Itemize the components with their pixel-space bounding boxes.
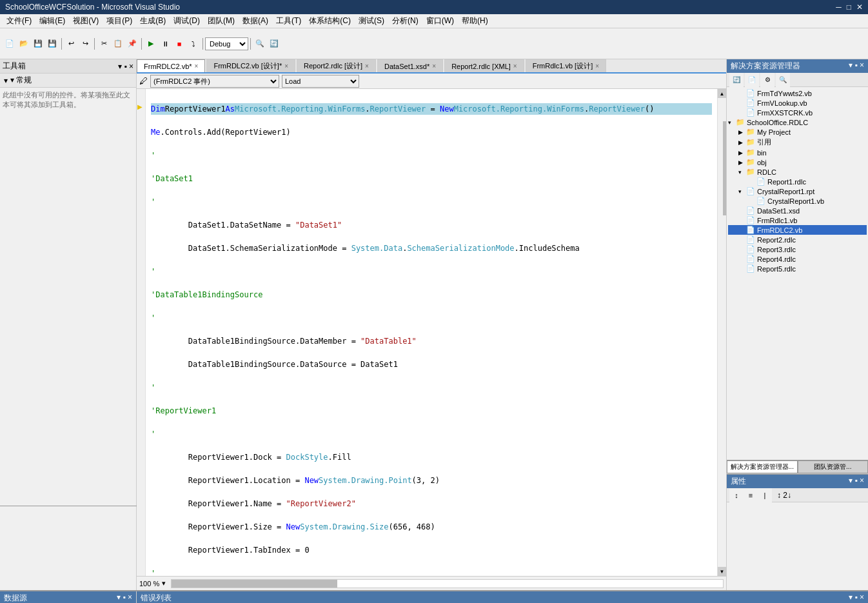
maximize-btn[interactable]: □ bbox=[847, 3, 851, 12]
menu-file[interactable]: 文件(F) bbox=[3, 14, 35, 28]
tab-team-explorer[interactable]: 团队资源管... bbox=[798, 460, 869, 473]
menu-tools[interactable]: 工具(T) bbox=[272, 14, 305, 28]
tree-item-myproject[interactable]: ▶ 📁 My Project bbox=[728, 127, 867, 137]
se-pin[interactable]: ▾ ▪ × bbox=[849, 61, 864, 72]
tb-new[interactable]: 📄 bbox=[3, 37, 17, 51]
tree-item-dataset1[interactable]: 📄 DataSet1.xsd bbox=[728, 206, 867, 215]
prop-btn-3[interactable]: | bbox=[758, 488, 772, 502]
tab-solution-explorer[interactable]: 解决方案资源管理器... bbox=[727, 460, 798, 473]
tb-open[interactable]: 📂 bbox=[17, 37, 31, 51]
se-refresh-btn[interactable]: 🔄 bbox=[729, 73, 744, 87]
tab-close-icon[interactable]: × bbox=[432, 63, 436, 70]
tab-report2-rdlc[interactable]: Report2.rdlc [设计] × bbox=[297, 59, 376, 72]
datasource-pin[interactable]: ▾ ▪ × bbox=[117, 593, 132, 603]
tb-start[interactable]: ▶ bbox=[144, 37, 158, 51]
tree-label: 引用 bbox=[757, 137, 771, 147]
tab-dataset1[interactable]: DataSet1.xsd* × bbox=[377, 59, 443, 72]
scroll-up-btn[interactable]: ▲ bbox=[718, 89, 727, 98]
menu-project[interactable]: 项目(P) bbox=[103, 14, 136, 28]
menu-team[interactable]: 团队(M) bbox=[204, 14, 239, 28]
tree-item-ref[interactable]: ▶ 📁 引用 bbox=[728, 137, 867, 148]
tab-close-icon[interactable]: × bbox=[195, 63, 199, 70]
prop-btn-2[interactable]: ≡ bbox=[744, 488, 758, 502]
tb-cut[interactable]: ✂ bbox=[97, 37, 111, 51]
menu-edit[interactable]: 编辑(E) bbox=[35, 14, 69, 28]
prop-pin[interactable]: ▾ ▪ × bbox=[849, 476, 864, 485]
sep1 bbox=[61, 38, 62, 50]
scroll-down-btn[interactable]: ▼ bbox=[718, 567, 727, 576]
menu-view[interactable]: 视图(V) bbox=[69, 14, 103, 28]
tab-close-icon[interactable]: × bbox=[595, 63, 599, 70]
tree-item-report5[interactable]: 📄 Report5.rdlc bbox=[728, 264, 867, 273]
tb-pause[interactable]: ⏸ bbox=[158, 37, 172, 51]
tab-close-icon[interactable]: × bbox=[365, 63, 369, 70]
tb-stop[interactable]: ■ bbox=[172, 37, 186, 51]
se-search-btn[interactable]: 🔍 bbox=[776, 73, 790, 87]
code-editor[interactable]: Dim ReportViewer1 As Microsoft.Reporting… bbox=[146, 89, 717, 576]
menu-debug[interactable]: 调试(D) bbox=[170, 14, 204, 28]
toolbox-pin[interactable]: ▾ ▪ × bbox=[118, 62, 133, 71]
tab-frmrdlc2-design[interactable]: FrmRDLC2.vb [设计]* × bbox=[206, 59, 295, 72]
hscroll-thumb[interactable] bbox=[172, 580, 337, 588]
tb-saveall[interactable]: 💾 bbox=[45, 37, 59, 51]
tree-item-crystalvb[interactable]: 📄 CrystalReport1.vb bbox=[728, 196, 867, 206]
tree-item-rdlc[interactable]: ▾ 📁 RDLC bbox=[728, 167, 867, 177]
menu-window[interactable]: 窗口(W) bbox=[422, 14, 458, 28]
tree-item-schooloffice[interactable]: ▾ 📁 SchoolOffice.RDLC bbox=[728, 117, 867, 127]
tree-label: bin bbox=[757, 149, 767, 157]
minimize-btn[interactable]: ─ bbox=[836, 3, 842, 12]
tree-item-report2[interactable]: 📄 Report2.rdlc bbox=[728, 235, 867, 244]
tree-item-frmvl[interactable]: 📄 FrmVLookup.vb bbox=[728, 98, 867, 108]
toolbox-expand-arrow[interactable]: ▾ bbox=[4, 76, 8, 85]
method-dropdown[interactable]: Load bbox=[282, 75, 359, 88]
class-dropdown[interactable]: (FrmRDLC2 事件) bbox=[150, 75, 279, 88]
tree-item-frmrdlc1[interactable]: 📄 FrmRdlc1.vb bbox=[728, 215, 867, 225]
tb-redo[interactable]: ↪ bbox=[78, 37, 92, 51]
tb-copy[interactable]: 📋 bbox=[111, 37, 125, 51]
tree-item-frmrdlc2[interactable]: 📄 FrmRDLC2.vb bbox=[728, 225, 867, 235]
code-line-18: ReportViewer1.Name = "ReportViewer2" bbox=[151, 498, 712, 509]
menu-analyze[interactable]: 分析(N) bbox=[388, 14, 422, 28]
tab-frmrdlc2-vb[interactable]: FrmRDLC2.vb* × bbox=[137, 59, 205, 72]
code-line-14: 'ReportViewer1 bbox=[151, 405, 712, 417]
debug-config-select[interactable]: Debug Release bbox=[205, 37, 248, 50]
tb-save[interactable]: 💾 bbox=[31, 37, 45, 51]
se-properties-btn[interactable]: ⚙ bbox=[760, 73, 774, 87]
tree-label: My Project bbox=[757, 128, 791, 136]
close-btn[interactable]: ✕ bbox=[856, 3, 863, 12]
tb-replace[interactable]: 🔄 bbox=[267, 37, 281, 51]
zoom-dropdown[interactable]: ▾ bbox=[162, 579, 166, 588]
tree-label: CrystalReport1.rpt bbox=[757, 188, 814, 195]
tb-paste[interactable]: 📌 bbox=[125, 37, 139, 51]
prop-content bbox=[727, 502, 868, 508]
menu-arch[interactable]: 体系结构(C) bbox=[305, 14, 355, 28]
tab-report2-xml[interactable]: Report2.rdlc [XML] × bbox=[444, 59, 524, 72]
error-list-panel: 错误列表 ▾ ▪ × 🔴 0 个错误 ⚠ 0 个警告 ℹ 0 个消息 说明 ▲ bbox=[137, 591, 868, 603]
scroll-thumb[interactable] bbox=[723, 121, 727, 215]
tree-label: DataSet1.xsd bbox=[757, 207, 800, 215]
tb-find[interactable]: 🔍 bbox=[253, 37, 267, 51]
tree-item-crystal[interactable]: ▾ 📄 CrystalReport1.rpt bbox=[728, 186, 867, 196]
horizontal-scrollbar[interactable] bbox=[171, 579, 724, 588]
tree-item-bin[interactable]: ▶ 📁 bin bbox=[728, 148, 867, 157]
se-new-btn[interactable]: 📄 bbox=[745, 73, 759, 87]
prop-btn-1[interactable]: ↕ bbox=[729, 488, 744, 502]
tab-close-icon[interactable]: × bbox=[284, 63, 288, 70]
menu-help[interactable]: 帮助(H) bbox=[458, 14, 492, 28]
vertical-scrollbar[interactable]: ▲ ▼ bbox=[717, 89, 726, 576]
el-pin[interactable]: ▾ ▪ × bbox=[849, 593, 864, 603]
menu-test[interactable]: 测试(S) bbox=[355, 14, 388, 28]
tab-close-icon[interactable]: × bbox=[513, 63, 517, 70]
tree-item-frmxx[interactable]: 📄 FrmXXSTCRK.vb bbox=[728, 108, 867, 117]
tree-item-obj[interactable]: ▶ 📁 obj bbox=[728, 157, 867, 167]
tree-item-report4[interactable]: 📄 Report4.rdlc bbox=[728, 254, 867, 264]
menu-build[interactable]: 生成(B) bbox=[136, 14, 170, 28]
gutter-mark-4 bbox=[137, 124, 143, 135]
tree-item-report1[interactable]: 📄 Report1.rdlc bbox=[728, 177, 867, 186]
tb-step[interactable]: ⤵ bbox=[186, 37, 201, 51]
menu-data[interactable]: 数据(A) bbox=[239, 14, 272, 28]
tb-undo[interactable]: ↩ bbox=[64, 37, 78, 51]
tree-item-report3[interactable]: 📄 Report3.rdlc bbox=[728, 244, 867, 254]
tree-item-frmtd[interactable]: 📄 FrmTdYwwts2.vb bbox=[728, 88, 867, 98]
tab-frmrdlc1[interactable]: FrmRdlc1.vb [设计] × bbox=[526, 59, 606, 72]
